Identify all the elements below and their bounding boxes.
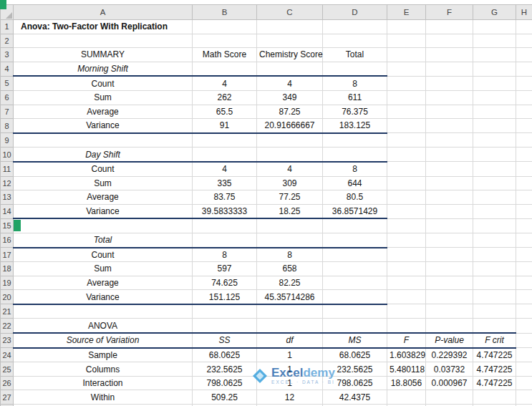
cell-A22[interactable]: ANOVA bbox=[14, 319, 193, 333]
cell-B1[interactable] bbox=[193, 20, 257, 34]
cell-D24[interactable]: 68.0625 bbox=[323, 348, 387, 362]
row-header-23[interactable]: 23 bbox=[1, 333, 14, 348]
cell-D5[interactable]: 8 bbox=[323, 76, 387, 90]
row-header-22[interactable]: 22 bbox=[1, 319, 14, 333]
cell-F17[interactable] bbox=[426, 248, 473, 262]
cell-H5[interactable] bbox=[516, 76, 532, 90]
cell-A16[interactable]: Total bbox=[14, 233, 193, 247]
cell-B4[interactable] bbox=[193, 62, 257, 76]
cell-A17[interactable]: Count bbox=[14, 248, 193, 262]
cell-H14[interactable] bbox=[516, 204, 532, 218]
cell-B19[interactable]: 74.625 bbox=[193, 276, 257, 290]
cell-F26[interactable]: 0.000967 bbox=[426, 376, 473, 390]
cell-F16[interactable] bbox=[426, 233, 473, 247]
row-header-26[interactable]: 26 bbox=[1, 376, 14, 390]
cell-F24[interactable]: 0.229392 bbox=[426, 348, 473, 362]
row-header-21[interactable]: 21 bbox=[1, 304, 14, 319]
cell-E18[interactable] bbox=[387, 262, 426, 276]
cell-C26[interactable]: 1 bbox=[257, 376, 323, 390]
cell-F6[interactable] bbox=[426, 90, 473, 105]
cell-G4[interactable] bbox=[473, 62, 516, 76]
cell-H25[interactable] bbox=[516, 362, 532, 377]
cell-H23[interactable] bbox=[516, 333, 532, 348]
cell-A11[interactable]: Count bbox=[14, 162, 193, 176]
cell-B8[interactable]: 91 bbox=[193, 119, 257, 133]
cell-B26[interactable]: 798.0625 bbox=[193, 376, 257, 390]
cell-G23[interactable]: F crit bbox=[473, 333, 516, 348]
cell-C17[interactable]: 8 bbox=[257, 248, 323, 262]
cell-F13[interactable] bbox=[426, 190, 473, 205]
cell-B15[interactable] bbox=[193, 218, 257, 233]
row-header-2[interactable]: 2 bbox=[1, 34, 14, 48]
cell-D8[interactable]: 183.125 bbox=[323, 119, 387, 133]
cell-C24[interactable]: 1 bbox=[257, 348, 323, 362]
cell-H10[interactable] bbox=[516, 148, 532, 162]
cell-C20[interactable]: 45.35714286 bbox=[257, 290, 323, 304]
cell-D11[interactable]: 8 bbox=[323, 162, 387, 176]
cell-B18[interactable]: 597 bbox=[193, 262, 257, 276]
cell-C9[interactable] bbox=[257, 133, 323, 148]
cell-B24[interactable]: 68.0625 bbox=[193, 348, 257, 362]
cell-G21[interactable] bbox=[473, 304, 516, 319]
cell-F14[interactable] bbox=[426, 204, 473, 218]
cell-H15[interactable] bbox=[516, 218, 532, 233]
cell-G19[interactable] bbox=[473, 276, 516, 290]
row-header-27[interactable]: 27 bbox=[1, 390, 14, 405]
cell-F19[interactable] bbox=[426, 276, 473, 290]
cell-C15[interactable] bbox=[257, 218, 323, 233]
cell-E26[interactable]: 18.8056 bbox=[387, 376, 426, 390]
cell-B14[interactable]: 39.5833333 bbox=[193, 204, 257, 218]
cell-A8[interactable]: Variance bbox=[14, 119, 193, 133]
cell-E27[interactable] bbox=[387, 390, 426, 405]
cell-F22[interactable] bbox=[426, 319, 473, 333]
cell-H9[interactable] bbox=[516, 133, 532, 148]
cell-B16[interactable] bbox=[193, 233, 257, 247]
column-header-H[interactable]: H bbox=[516, 5, 532, 20]
cell-D2[interactable] bbox=[323, 34, 387, 48]
cell-F8[interactable] bbox=[426, 119, 473, 133]
row-header-12[interactable]: 12 bbox=[1, 176, 14, 190]
cell-A15[interactable] bbox=[14, 218, 193, 233]
cell-D20[interactable] bbox=[323, 290, 387, 304]
cell-G26[interactable]: 4.747225 bbox=[473, 376, 516, 390]
row-header-3[interactable]: 3 bbox=[1, 48, 14, 62]
cell-C2[interactable] bbox=[257, 34, 323, 48]
cell-E12[interactable] bbox=[387, 176, 426, 190]
cell-F5[interactable] bbox=[426, 76, 473, 90]
cell-B12[interactable]: 335 bbox=[193, 176, 257, 190]
cell-D6[interactable]: 611 bbox=[323, 90, 387, 105]
cell-H27[interactable] bbox=[516, 390, 532, 405]
cell-A1[interactable]: Anova: Two-Factor With Replication bbox=[14, 20, 193, 34]
cell-F9[interactable] bbox=[426, 133, 473, 148]
cell-G3[interactable] bbox=[473, 48, 516, 62]
cell-E11[interactable] bbox=[387, 162, 426, 176]
row-header-18[interactable]: 18 bbox=[1, 262, 14, 276]
cell-E13[interactable] bbox=[387, 190, 426, 205]
cell-D1[interactable] bbox=[323, 20, 387, 34]
cell-D16[interactable] bbox=[323, 233, 387, 247]
cell-B17[interactable]: 8 bbox=[193, 248, 257, 262]
cell-H18[interactable] bbox=[516, 262, 532, 276]
cell-E25[interactable]: 5.480118 bbox=[387, 362, 426, 377]
cell-F27[interactable] bbox=[426, 390, 473, 405]
cell-E14[interactable] bbox=[387, 204, 426, 218]
cell-G8[interactable] bbox=[473, 119, 516, 133]
cell-C4[interactable] bbox=[257, 62, 323, 76]
row-header-25[interactable]: 25 bbox=[1, 362, 14, 377]
cell-G14[interactable] bbox=[473, 204, 516, 218]
cell-D18[interactable] bbox=[323, 262, 387, 276]
cell-C21[interactable] bbox=[257, 304, 323, 319]
row-header-8[interactable]: 8 bbox=[1, 119, 14, 133]
cell-H21[interactable] bbox=[516, 304, 532, 319]
cell-G12[interactable] bbox=[473, 176, 516, 190]
cell-A7[interactable]: Average bbox=[14, 105, 193, 119]
cell-H12[interactable] bbox=[516, 176, 532, 190]
cell-C6[interactable]: 349 bbox=[257, 90, 323, 105]
cell-B9[interactable] bbox=[193, 133, 257, 148]
cell-A24[interactable]: Sample bbox=[14, 348, 193, 362]
cell-B10[interactable] bbox=[193, 148, 257, 162]
cell-C19[interactable]: 82.25 bbox=[257, 276, 323, 290]
cell-C27[interactable]: 12 bbox=[257, 390, 323, 405]
cell-D15[interactable] bbox=[323, 218, 387, 233]
cell-E15[interactable] bbox=[387, 218, 426, 233]
